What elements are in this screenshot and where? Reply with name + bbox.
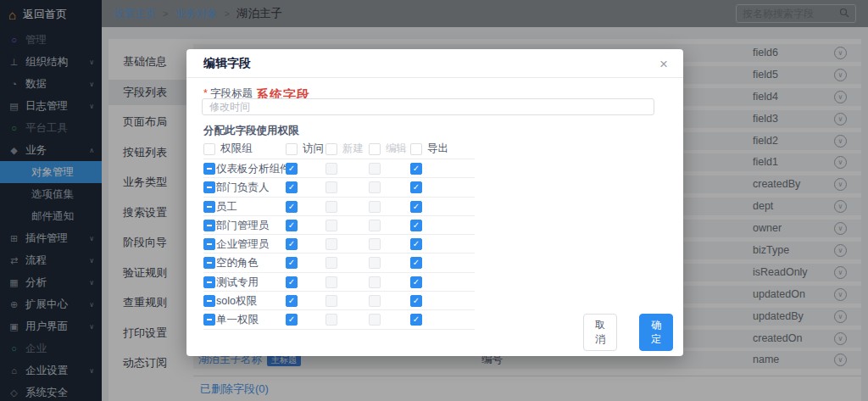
access-checkbox[interactable] [286,163,298,175]
edit-checkbox [369,238,381,250]
column-select-checkbox[interactable] [326,143,337,155]
modal-header: 编辑字段 [186,49,683,78]
export-checkbox[interactable] [410,314,422,326]
create-checkbox [326,314,337,326]
permission-group-name: 企业管理员 [216,235,270,253]
permission-column: 访问 [286,142,324,156]
create-checkbox [326,295,337,307]
export-checkbox[interactable] [410,181,422,193]
group-indeterminate-checkbox[interactable] [203,314,215,326]
permission-column: 编辑 [369,142,407,156]
group-indeterminate-checkbox[interactable] [203,295,215,307]
permission-group-name: 部门管理员 [216,216,270,235]
export-checkbox[interactable] [410,276,422,288]
permission-column: 权限组 [203,142,253,156]
create-checkbox [326,181,337,193]
access-checkbox[interactable] [286,220,298,231]
edit-checkbox [369,163,381,175]
group-indeterminate-checkbox[interactable] [203,238,215,250]
create-checkbox [326,201,337,213]
access-checkbox[interactable] [286,238,298,250]
permission-row: 测试专用 [203,273,475,292]
column-select-checkbox[interactable] [410,143,422,155]
permission-column-label: 权限组 [220,142,253,156]
create-checkbox [326,257,337,269]
permission-group-name: solo权限 [216,292,257,310]
access-checkbox[interactable] [286,295,298,307]
export-checkbox[interactable] [410,257,422,269]
permission-group-name: 员工 [216,198,237,216]
permission-rows: 仪表板分析组件 部门负责人 员工 [203,159,475,330]
group-indeterminate-checkbox[interactable] [203,181,215,193]
modal-title: 编辑字段 [203,56,251,71]
export-checkbox[interactable] [410,163,422,175]
permission-row: 员工 [203,198,475,216]
edit-checkbox [369,220,381,231]
permission-row: 部门负责人 [203,178,475,197]
required-asterisk: * [203,87,208,99]
create-checkbox [326,163,337,175]
edit-checkbox [369,314,381,326]
permission-group-name: 空的角色 [216,253,259,272]
access-checkbox[interactable] [286,257,298,269]
permission-column-label: 访问 [303,142,324,156]
permission-group-name: 仪表板分析组件 [216,159,291,178]
edit-checkbox [369,295,381,307]
group-indeterminate-checkbox[interactable] [203,163,215,175]
field-title-input[interactable] [202,98,654,115]
permission-column: 新建 [326,142,364,156]
export-checkbox[interactable] [410,220,422,231]
edit-field-modal: 编辑字段 × *字段标题 系统字段 分配此字段使用权限 权限组 访问 [186,49,683,356]
close-icon[interactable]: × [654,54,673,75]
cancel-button[interactable]: 取消 [583,314,617,351]
permission-row: 空的角色 [203,253,475,272]
column-select-checkbox[interactable] [203,143,215,155]
column-select-checkbox[interactable] [286,143,298,155]
create-checkbox [326,238,337,250]
edit-checkbox [369,257,381,269]
permission-row: 部门管理员 [203,216,475,235]
group-indeterminate-checkbox[interactable] [203,201,215,213]
access-checkbox[interactable] [286,314,298,326]
permission-column-label: 新建 [342,142,364,156]
permission-group-name: 测试专用 [216,273,259,292]
permission-table-header: 权限组 访问 新建 编辑 导出 [203,139,475,159]
group-indeterminate-checkbox[interactable] [203,276,215,288]
permission-row: 单一权限 [203,310,475,329]
edit-checkbox [369,201,381,213]
permission-column: 导出 [410,142,448,156]
permission-group-name: 部门负责人 [216,178,270,197]
edit-checkbox [369,276,381,288]
permission-column-label: 编辑 [386,142,407,156]
permission-section-title: 分配此字段使用权限 [203,124,299,138]
permission-column-label: 导出 [427,142,448,156]
create-checkbox [326,220,337,231]
access-checkbox[interactable] [286,276,298,288]
permission-group-name: 单一权限 [216,310,259,329]
export-checkbox[interactable] [410,295,422,307]
column-select-checkbox[interactable] [369,143,381,155]
export-checkbox[interactable] [410,238,422,250]
permission-row: solo权限 [203,292,475,310]
create-checkbox [326,276,337,288]
ok-button[interactable]: 确定 [639,314,673,351]
permission-table: 权限组 访问 新建 编辑 导出 [203,139,475,330]
permission-row: 仪表板分析组件 [203,159,475,178]
permission-row: 企业管理员 [203,235,475,253]
edit-checkbox [369,181,381,193]
group-indeterminate-checkbox[interactable] [203,257,215,269]
access-checkbox[interactable] [286,181,298,193]
group-indeterminate-checkbox[interactable] [203,220,215,231]
export-checkbox[interactable] [410,201,422,213]
access-checkbox[interactable] [286,201,298,213]
